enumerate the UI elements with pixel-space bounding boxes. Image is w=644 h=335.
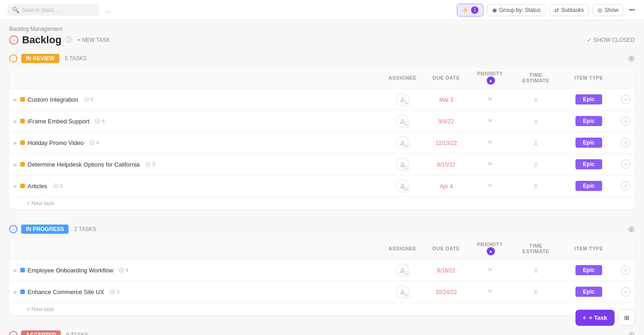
expand-arrow[interactable]: ▶: [14, 289, 17, 295]
priority-cell: ⚑: [469, 154, 511, 175]
priority-flag-icon[interactable]: ⚑: [487, 161, 493, 168]
add-column-button[interactable]: +: [621, 116, 630, 126]
assignee-avatar[interactable]: +: [396, 93, 409, 106]
priority-flag-icon[interactable]: ⚑: [487, 288, 493, 295]
new-task-cell: + New task: [9, 303, 635, 316]
new-task-link[interactable]: + New task: [14, 306, 54, 312]
info-icon[interactable]: ⓘ: [65, 36, 72, 44]
priority-flag-icon[interactable]: ⚑: [487, 139, 493, 146]
priority-flag-icon[interactable]: ⚑: [487, 266, 493, 274]
col-add-cell: +: [616, 175, 635, 197]
due-date: 9/4/22: [438, 118, 454, 125]
epic-badge: Epic: [575, 265, 602, 275]
due-date-cell: 9/4/22: [423, 110, 469, 132]
task-table-in-progress: ASSIGNEE DUE DATE PRIORITY ▲ TIME ESTIMA…: [9, 238, 635, 315]
subtask-icon: [145, 162, 151, 167]
filter-button[interactable]: ⚡ 1: [457, 4, 483, 17]
topbar-more[interactable]: ...: [105, 6, 111, 14]
assignee-avatar[interactable]: +: [396, 179, 409, 192]
epic-badge: Epic: [575, 94, 602, 104]
group-toggle-in-progress[interactable]: −: [9, 225, 17, 233]
avatar-plus-icon: +: [404, 293, 409, 299]
avatar-plus-icon: +: [404, 144, 409, 150]
task-color-dot: [20, 184, 25, 188]
eye-icon: ◎: [598, 7, 602, 13]
task-name-cell: ▶ Custom Integration 5: [9, 89, 382, 110]
subtasks-label: Subtasks: [561, 7, 584, 13]
add-column-button[interactable]: +: [621, 160, 630, 169]
check-icon: ✓: [587, 37, 592, 43]
expand-arrow[interactable]: ▶: [14, 162, 17, 167]
col-time-in-review: TIME ESTIMATE: [511, 67, 561, 89]
priority-cell: ⚑: [469, 175, 511, 197]
group-section-in-review: − IN REVIEW 5 TASKS ⊕ ASSIGNEE DUE DATE …: [9, 53, 635, 209]
subtask-count: 4: [95, 118, 104, 124]
add-group-button-in-review[interactable]: ⊕: [628, 53, 635, 64]
new-task-link[interactable]: + New task: [14, 200, 54, 207]
epic-badge: Epic: [575, 116, 602, 126]
table-row: ▶ Determine Helpdesk Options for Califor…: [9, 154, 635, 175]
col-add-cell: +: [616, 110, 635, 132]
priority-flag-icon[interactable]: ⚑: [487, 117, 493, 125]
collapse-icon[interactable]: −: [9, 35, 18, 45]
add-column-button[interactable]: +: [621, 181, 630, 191]
new-task-button[interactable]: + NEW TASK: [77, 37, 110, 43]
hourglass-icon: ⧗: [534, 288, 538, 295]
group-toggle-in-review[interactable]: −: [9, 54, 17, 63]
content: − IN REVIEW 5 TASKS ⊕ ASSIGNEE DUE DATE …: [0, 46, 644, 335]
add-column-button[interactable]: +: [621, 266, 630, 275]
expand-arrow[interactable]: ▶: [14, 97, 17, 102]
add-column-button[interactable]: +: [621, 138, 630, 147]
hourglass-icon: ⧗: [534, 139, 538, 146]
subtasks-button[interactable]: ⇄ Subtasks: [549, 4, 589, 16]
assignee-avatar[interactable]: +: [396, 115, 409, 127]
subtask-count: 4: [119, 267, 128, 273]
show-closed-button[interactable]: ✓ SHOW CLOSED: [587, 37, 635, 43]
task-color-dot: [20, 119, 25, 123]
priority-cell: ⚑: [469, 132, 511, 154]
group-count-accepted: 9 TASKS: [66, 332, 88, 335]
due-date-cell: 12/13/22: [423, 132, 469, 154]
priority-sort-icon[interactable]: ▲: [487, 247, 495, 255]
assignee-avatar[interactable]: +: [396, 158, 409, 171]
add-column-button[interactable]: +: [621, 287, 630, 296]
col-priority-in-progress: PRIORITY ▲: [469, 238, 511, 260]
subtask-count: 5: [84, 97, 93, 102]
due-date-cell: Apr 4: [423, 175, 469, 197]
group-toggle-accepted[interactable]: −: [9, 331, 17, 335]
add-group-button-accepted[interactable]: ⊕: [628, 330, 635, 335]
add-task-fab[interactable]: + + Task: [575, 310, 615, 326]
subtask-icon: [109, 289, 115, 295]
task-name-cell: ▶ Articles 3: [9, 175, 382, 197]
expand-arrow[interactable]: ▶: [14, 268, 17, 273]
assignee-avatar[interactable]: +: [396, 264, 409, 277]
assignee-cell: +: [382, 281, 423, 303]
col-add-cell: +: [616, 260, 635, 281]
search-box[interactable]: 🔍 Search tasks...: [7, 4, 99, 16]
show-button[interactable]: ◎ Show: [592, 4, 623, 16]
grid-view-button[interactable]: ⊞: [618, 309, 635, 326]
add-group-button-in-progress[interactable]: ⊕: [628, 224, 635, 234]
expand-arrow[interactable]: ▶: [14, 119, 17, 124]
col-type-in-progress: ITEM TYPE: [561, 238, 616, 260]
assignee-avatar[interactable]: +: [396, 136, 409, 149]
topbar-more-button[interactable]: •••: [627, 5, 637, 15]
type-cell: Epic: [561, 260, 616, 281]
hourglass-icon: ⧗: [534, 117, 538, 125]
priority-flag-icon[interactable]: ⚑: [487, 96, 493, 103]
table-row: ▶ Articles 3 + Apr 4 ⚑: [9, 175, 635, 197]
table-row: ▶ Employee Onboarding Workflow 4 + 8/18/…: [9, 260, 635, 281]
assignee-avatar[interactable]: +: [396, 285, 409, 298]
group-by-button[interactable]: ◉ Group by: Status: [487, 4, 546, 16]
expand-arrow[interactable]: ▶: [14, 140, 17, 145]
add-column-button[interactable]: +: [621, 95, 630, 104]
priority-sort-icon[interactable]: ▲: [487, 76, 495, 85]
avatar-plus-icon: +: [404, 101, 409, 106]
subtask-icon: [84, 97, 89, 102]
epic-badge: Epic: [575, 159, 602, 169]
col-name-in-progress: [9, 238, 382, 260]
task-name: Enhance Commerce Site UX: [28, 289, 104, 295]
expand-arrow[interactable]: ▶: [14, 184, 17, 189]
task-color-dot: [20, 289, 25, 294]
priority-flag-icon[interactable]: ⚑: [487, 182, 493, 190]
